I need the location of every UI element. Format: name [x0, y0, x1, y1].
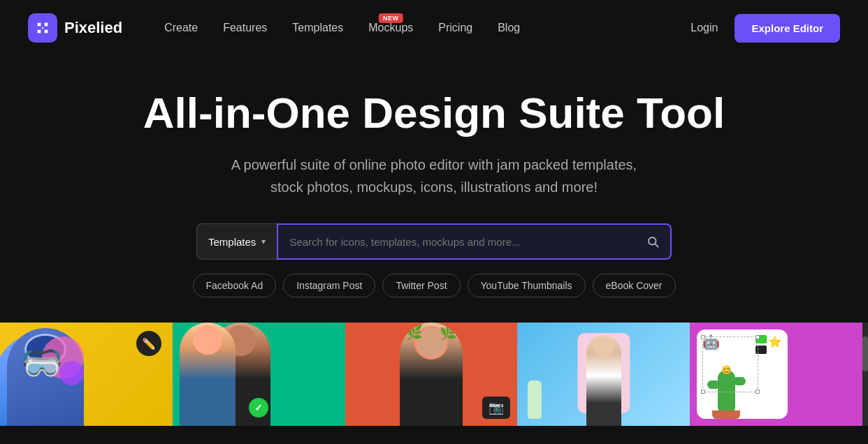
template-card-2[interactable]: ✓	[173, 323, 345, 426]
new-badge: NEW	[379, 13, 403, 23]
camera-icon: 📷	[482, 397, 510, 419]
card-art-2: ✓	[173, 323, 345, 426]
scrollbar-track[interactable]	[862, 323, 868, 426]
star-icon: ⭐	[768, 335, 782, 348]
tag-youtube-thumbnails[interactable]: YouTube Thumbnails	[468, 274, 586, 297]
card-art-1: ✏️	[0, 323, 173, 426]
nav-templates[interactable]: Templates	[292, 22, 343, 34]
wreath-left: 🌿	[405, 324, 423, 341]
check-badge: ✓	[249, 398, 268, 417]
fashion-head	[594, 338, 614, 357]
template-card-4[interactable]	[517, 323, 690, 426]
handle-bl	[701, 390, 705, 394]
card-art-4	[517, 323, 690, 426]
template-card-3[interactable]: 🌿 🌿 📷	[345, 323, 518, 426]
chevron-down-icon: ▾	[261, 237, 266, 246]
search-input[interactable]	[289, 236, 639, 248]
explore-editor-button[interactable]: Explore Editor	[735, 14, 840, 43]
handle-br	[755, 390, 760, 394]
dropdown-label: Templates	[208, 236, 256, 248]
tag-instagram-post[interactable]: Instagram Post	[283, 274, 375, 297]
tag-ebook-cover[interactable]: eBook Cover	[593, 274, 676, 297]
navbar: Pixelied Create Features Templates NEW M…	[0, 0, 868, 56]
search-dropdown[interactable]: Templates ▾	[196, 223, 277, 260]
brand-name: Pixelied	[64, 19, 122, 37]
tag-facebook-ad[interactable]: Facebook Ad	[193, 274, 277, 297]
svg-rect-0	[42, 27, 43, 29]
head-left	[193, 325, 222, 355]
scrollbar-thumb	[862, 336, 868, 371]
quick-tags: Facebook Ad Instagram Post Twitter Post …	[193, 274, 676, 297]
logo[interactable]: Pixelied	[28, 13, 122, 43]
search-button[interactable]	[646, 235, 659, 248]
nav-links: Create Features Templates NEW Mockups Pr…	[164, 22, 690, 34]
nav-create[interactable]: Create	[164, 22, 198, 34]
template-cards-row: ✏️ ✓ 🌿 🌿	[0, 323, 868, 426]
nav-pricing[interactable]: Pricing	[438, 22, 472, 34]
bottle	[528, 380, 542, 419]
nav-mockups[interactable]: NEW Mockups	[368, 22, 413, 34]
hero-title: All-in-One Design Suite Tool	[143, 89, 725, 137]
hero-section: All-in-One Design Suite Tool A powerful …	[0, 56, 868, 323]
card-art-5: 😊 ⭐ 🤖	[690, 323, 862, 426]
login-link[interactable]: Login	[690, 22, 718, 34]
tag-twitter-post[interactable]: Twitter Post	[382, 274, 460, 297]
person-left	[180, 323, 236, 426]
flower-pot	[712, 410, 740, 419]
logo-icon	[28, 13, 57, 43]
card-art-3: 🌿 🌿 📷	[345, 323, 518, 426]
selection-handles	[702, 336, 758, 392]
template-card-5[interactable]: 😊 ⭐ 🤖	[690, 323, 862, 426]
handle-tl	[701, 335, 705, 339]
illustration-card: 😊 ⭐ 🤖	[697, 330, 788, 419]
woman-body: 🌿 🌿	[400, 323, 463, 426]
nav-blog[interactable]: Blog	[498, 22, 520, 34]
nav-features[interactable]: Features	[223, 22, 267, 34]
wreath-right: 🌿	[440, 324, 457, 341]
svg-line-2	[655, 244, 658, 247]
handle-tr	[755, 335, 760, 339]
edit-badge: ✏️	[136, 331, 161, 356]
hero-subtitle: A powerful suite of online photo editor …	[217, 154, 651, 198]
deco-circle-2	[59, 361, 84, 385]
template-card-1[interactable]: ✏️	[0, 323, 173, 426]
search-input-wrap	[277, 223, 672, 260]
fashion-figure	[586, 335, 621, 426]
nav-actions: Login Explore Editor	[690, 14, 840, 43]
search-row: Templates ▾	[196, 223, 672, 260]
